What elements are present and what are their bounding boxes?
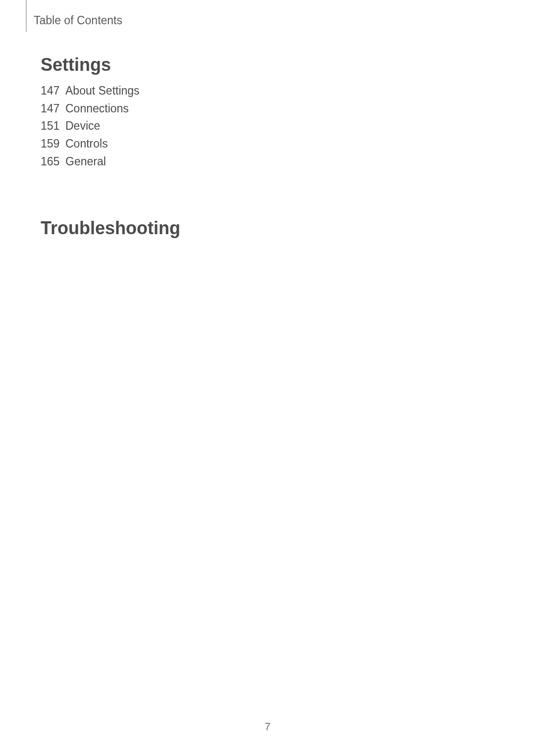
section-gap [41, 170, 180, 218]
header-label: Table of Contents [34, 14, 122, 27]
toc-entry-title: Controls [65, 135, 108, 153]
toc-content: Settings 147About Settings 147Connection… [41, 54, 180, 246]
toc-entry[interactable]: 147About Settings [41, 82, 180, 100]
toc-entry-title: Connections [65, 100, 129, 118]
toc-entry[interactable]: 151Device [41, 117, 180, 135]
toc-entry-title: Device [65, 117, 100, 135]
toc-entry-title: General [65, 153, 106, 171]
toc-entry[interactable]: 165General [41, 153, 180, 171]
section-heading-settings: Settings [41, 54, 180, 75]
toc-entry[interactable]: 159Controls [41, 135, 180, 153]
toc-page-number: 151 [41, 117, 62, 135]
header-rule [26, 0, 27, 32]
section-heading-troubleshooting: Troubleshooting [41, 218, 180, 239]
toc-entry[interactable]: 147Connections [41, 100, 180, 118]
toc-section-settings: Settings 147About Settings 147Connection… [41, 54, 180, 170]
toc-entry-title: About Settings [65, 82, 140, 100]
toc-page-number: 147 [41, 100, 62, 118]
page-number: 7 [0, 720, 535, 733]
toc-list-settings: 147About Settings 147Connections 151Devi… [41, 82, 180, 170]
toc-section-troubleshooting: Troubleshooting [41, 218, 180, 239]
toc-page-number: 159 [41, 135, 62, 153]
toc-page-number: 165 [41, 153, 62, 171]
toc-page-number: 147 [41, 82, 62, 100]
